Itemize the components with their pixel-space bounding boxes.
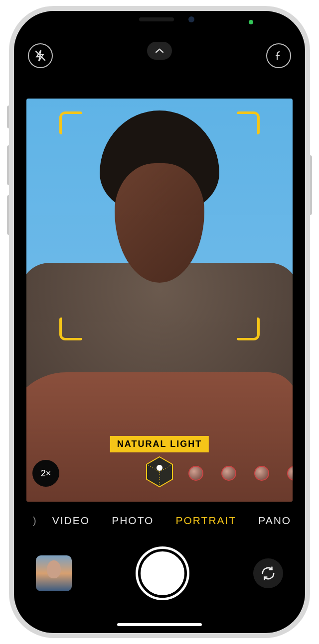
phone-frame: NATURAL LIGHT 2×: [9, 6, 310, 638]
depth-control-button[interactable]: [266, 43, 291, 68]
focus-corner-icon: [59, 111, 82, 134]
mode-selector[interactable]: ) VIDEO PHOTO PORTRAIT PANO: [14, 510, 305, 532]
lighting-label: NATURAL LIGHT: [110, 436, 209, 452]
shutter-button[interactable]: [138, 549, 187, 598]
chevron-up-icon: [155, 48, 164, 54]
zoom-button[interactable]: 2×: [32, 460, 59, 487]
svg-point-5: [157, 465, 162, 471]
front-camera-dot: [188, 16, 194, 22]
notch: [97, 11, 222, 28]
lighting-cube-icon[interactable]: [146, 456, 173, 488]
flash-button[interactable]: [28, 43, 53, 68]
f-stop-icon: [273, 50, 285, 62]
mode-portrait[interactable]: PORTRAIT: [175, 515, 236, 527]
flash-off-icon: [34, 49, 47, 62]
zoom-label: 2×: [41, 468, 51, 479]
camera-viewfinder[interactable]: NATURAL LIGHT 2×: [26, 99, 293, 502]
camera-flip-icon: [261, 566, 276, 581]
lighting-option-dot[interactable]: [188, 466, 203, 481]
lighting-option-dot[interactable]: [254, 466, 269, 481]
lighting-option-dot[interactable]: [287, 466, 293, 481]
focus-corner-icon: [59, 318, 82, 340]
lighting-effect-strip[interactable]: [26, 457, 293, 489]
mode-pano[interactable]: PANO: [258, 515, 291, 527]
speaker-grille: [139, 17, 174, 21]
privacy-indicator-dot: [249, 20, 253, 24]
lighting-option-dot[interactable]: [221, 466, 236, 481]
last-photo-thumbnail[interactable]: [36, 555, 72, 591]
mode-video[interactable]: VIDEO: [52, 515, 90, 527]
focus-corner-icon: [237, 318, 260, 340]
focus-corner-icon: [237, 111, 260, 134]
flip-camera-button[interactable]: [253, 558, 283, 588]
home-indicator[interactable]: [117, 623, 202, 626]
mode-clipped: ): [33, 515, 37, 527]
mode-photo[interactable]: PHOTO: [112, 515, 154, 527]
expand-controls-button[interactable]: [147, 42, 172, 60]
